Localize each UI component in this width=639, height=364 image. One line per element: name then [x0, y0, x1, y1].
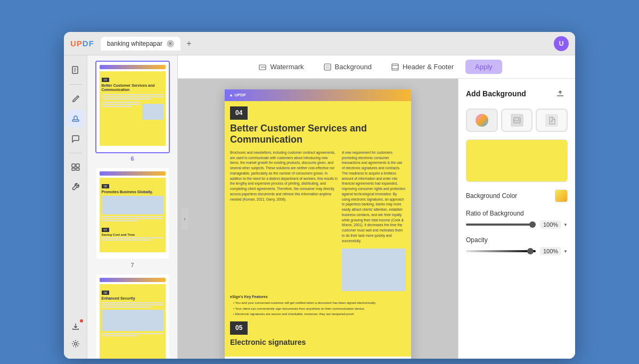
user-avatar[interactable]: U [554, 36, 569, 51]
ratio-value: 100% [540, 220, 561, 229]
type-btn-pdf[interactable] [536, 109, 568, 132]
sidebar-icon-export[interactable] [67, 318, 84, 335]
title-bar: UPDF banking whitepapar ✕ + U [64, 32, 575, 55]
pdf-icon [545, 114, 558, 127]
svg-rect-8 [76, 168, 79, 170]
doc-title-2: Electronic signatures [230, 338, 406, 347]
opacity-slider-track[interactable] [466, 250, 536, 252]
thumb-chapter-6: 04 [102, 78, 110, 82]
background-button[interactable]: Background [316, 60, 379, 75]
sidebar-icon-settings[interactable] [67, 335, 84, 352]
collapse-panel-button[interactable]: ‹ [181, 208, 189, 229]
ratio-value-row: 100% ▼ [540, 220, 568, 229]
opacity-dropdown-arrow[interactable]: ▼ [563, 249, 568, 254]
color-gradient-icon [476, 114, 488, 127]
watermark-icon [258, 63, 267, 71]
thumbnail-page-6[interactable]: 04 Better Customer Services and Communic… [95, 61, 170, 153]
thumb-header-6 [100, 65, 166, 69]
right-panel: Add Background [458, 79, 575, 359]
type-btn-color[interactable] [466, 109, 498, 132]
opacity-value-row: 100% ▼ [540, 247, 568, 255]
content-area: Watermark Background [178, 55, 575, 359]
sidebar-icons [64, 55, 87, 359]
thumbnail-page-7[interactable]: 06 Promotes Business Globally. 07 Saving… [95, 167, 170, 260]
ratio-slider-fill [466, 224, 536, 226]
opacity-value: 100% [540, 247, 561, 255]
sidebar-divider-2 [69, 153, 82, 153]
thumbnail-inner-7: 06 Promotes Business Globally. 07 Saving… [96, 168, 169, 259]
thumbnail-label-6: 6 [130, 155, 134, 162]
ratio-slider-section: Ratio of Background 100% ▼ [466, 210, 568, 229]
opacity-slider-thumb[interactable] [527, 248, 534, 254]
svg-rect-4 [72, 120, 79, 121]
doc-chapter2-section: 05 Electronic signatures [230, 321, 406, 347]
background-color-label: Background Color [466, 192, 517, 200]
thumbnail-inner-6: 04 Better Customer Services and Communic… [96, 62, 169, 152]
ratio-label: Ratio of Background [466, 210, 568, 217]
sidebar-icon-pages[interactable] [67, 62, 84, 79]
svg-rect-13 [392, 64, 398, 70]
panel-import-button[interactable] [553, 86, 568, 101]
doc-footer-num: 04 [225, 357, 411, 359]
content-split: ‹ ▲ UPDF 04 Better Customer Services and… [178, 79, 575, 359]
ratio-slider-row: 100% ▼ [466, 220, 568, 229]
doc-title: Better Customer Services and Communicati… [230, 123, 406, 146]
doc-chapter-box: 04 [230, 106, 248, 120]
doc-image [342, 249, 406, 291]
watermark-button[interactable]: Watermark [251, 60, 311, 75]
sidebar-icon-comment[interactable] [67, 130, 84, 147]
document-page: ▲ UPDF 04 Better Customer Services and C… [225, 89, 411, 359]
image-icon [511, 114, 523, 127]
opacity-slider-section: Opacity 100% ▼ [466, 236, 568, 255]
thumbnail-page-8[interactable]: 08 Enhanced Security [95, 274, 170, 359]
opacity-label: Opacity [466, 236, 568, 244]
svg-point-17 [518, 119, 519, 120]
sidebar-divider-1 [69, 84, 82, 85]
doc-logo: ▲ UPDF [229, 92, 246, 98]
app-logo: UPDF [70, 39, 94, 48]
tab-close-button[interactable]: ✕ [167, 40, 174, 47]
ratio-dropdown-arrow[interactable]: ▼ [563, 222, 568, 227]
sidebar-icon-tools[interactable] [67, 179, 84, 196]
thumbnail-item-6[interactable]: 04 Better Customer Services and Communic… [93, 61, 172, 162]
header-footer-label: Header & Footer [403, 63, 454, 71]
new-tab-button[interactable]: + [183, 37, 195, 50]
svg-rect-12 [325, 65, 330, 69]
color-swatch[interactable] [555, 189, 568, 202]
panel-header: Add Background [466, 86, 568, 101]
background-label: Background [335, 63, 372, 71]
svg-rect-6 [76, 164, 79, 167]
sidebar-bottom [67, 318, 84, 352]
thumbnail-item-8[interactable]: 08 Enhanced Security [93, 274, 172, 359]
ratio-slider-track[interactable] [466, 224, 536, 226]
tab-title: banking whitepapar [107, 40, 162, 47]
doc-page-header: ▲ UPDF [225, 89, 411, 101]
thumbnail-label-7: 7 [130, 262, 134, 268]
sidebar-icon-organize[interactable] [67, 159, 84, 176]
doc-content: Brochures and newsletters, including cus… [230, 150, 406, 292]
ratio-slider-thumb[interactable] [529, 221, 536, 228]
svg-rect-5 [72, 164, 75, 167]
thumbnail-panel: 04 Better Customer Services and Communic… [87, 55, 178, 359]
thumbnail-item-7[interactable]: 06 Promotes Business Globally. 07 Saving… [93, 167, 172, 268]
doc-chapter-box-2: 05 [230, 321, 248, 335]
document-tab[interactable]: banking whitepapar ✕ [101, 37, 181, 51]
thumb-header-7 [100, 171, 166, 176]
doc-features-title: eSign's Key Features [230, 294, 406, 300]
toolbar: Watermark Background [178, 55, 575, 79]
background-color-setting: Background Color [466, 189, 568, 202]
apply-label: Apply [475, 63, 493, 71]
apply-button[interactable]: Apply [465, 60, 502, 74]
thumb-header-8 [100, 278, 166, 282]
sidebar-icon-stamp[interactable] [67, 110, 84, 127]
app-window: UPDF banking whitepapar ✕ + U [64, 32, 575, 359]
color-preview [466, 139, 568, 182]
header-footer-button[interactable]: Header & Footer [383, 60, 461, 75]
panel-title: Add Background [466, 89, 526, 98]
thumbnail-inner-8: 08 Enhanced Security [96, 275, 169, 359]
doc-viewer[interactable]: ‹ ▲ UPDF 04 Better Customer Services and… [178, 79, 458, 359]
watermark-label: Watermark [270, 63, 304, 71]
sidebar-icon-edit[interactable] [67, 90, 84, 107]
type-btn-image[interactable] [501, 109, 533, 132]
type-selector [466, 109, 568, 132]
